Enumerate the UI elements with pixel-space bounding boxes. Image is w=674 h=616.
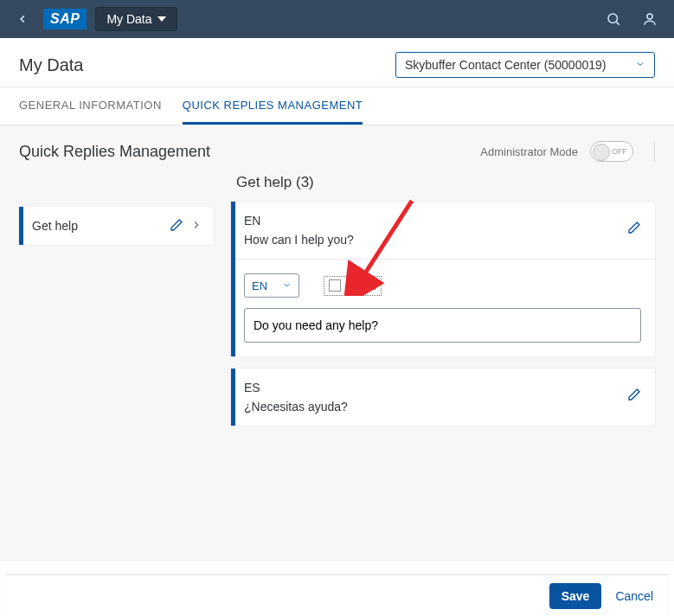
page-title: My Data (19, 55, 382, 75)
cancel-button[interactable]: Cancel (615, 589, 653, 603)
edit-icon[interactable] (165, 218, 188, 234)
footer-toolbar: Save Cancel (5, 574, 669, 616)
svg-point-2 (647, 14, 652, 19)
section-title: Quick Replies Management (19, 143, 468, 161)
shell-bar: SAP My Data (0, 0, 674, 38)
edit-reply-button[interactable] (627, 381, 641, 404)
sap-logo: SAP (43, 9, 87, 29)
content-header: Quick Replies Management Administrator M… (19, 141, 655, 162)
chevron-down-icon (282, 279, 292, 292)
save-button[interactable]: Save (549, 583, 602, 609)
language-select[interactable]: EN (244, 273, 299, 298)
company-select-value: Skybuffer Contact Center (50000019) (405, 58, 606, 72)
caret-down-icon (157, 16, 166, 22)
language-select-value: EN (252, 279, 267, 292)
reply-text-input[interactable] (244, 308, 641, 343)
back-button[interactable] (10, 7, 35, 31)
search-icon[interactable] (600, 5, 627, 33)
active-label: Active (346, 279, 376, 292)
reply-editor: EN Active (235, 260, 655, 356)
reply-lang: EN (244, 214, 627, 228)
shell-title-label: My Data (106, 12, 151, 26)
active-checkbox[interactable] (329, 279, 341, 292)
topic-label: Get help (32, 219, 165, 233)
active-field: Active (324, 276, 382, 296)
admin-mode-toggle[interactable]: OFF (590, 141, 633, 162)
reply-lang: ES (244, 381, 627, 395)
tab-general-information[interactable]: GENERAL INFORMATION (19, 87, 162, 125)
reply-text: How can I help you? (244, 233, 627, 247)
reply-text: ¿Necesitas ayuda? (244, 400, 627, 414)
company-select[interactable]: Skybuffer Contact Center (50000019) (395, 52, 655, 78)
toggle-off-label: OFF (612, 147, 627, 156)
svg-point-0 (608, 14, 618, 23)
content-area: Quick Replies Management Administrator M… (0, 125, 674, 561)
detail-panel: Get help (3) EN How can I help you? (231, 174, 655, 438)
chevron-right-icon[interactable] (188, 219, 205, 234)
tabs: GENERAL INFORMATION QUICK REPLIES MANAGE… (0, 87, 674, 125)
admin-mode-label: Administrator Mode (480, 145, 578, 158)
user-icon[interactable] (636, 5, 664, 33)
detail-title: Get help (3) (231, 174, 655, 191)
chevron-down-icon (635, 58, 645, 72)
reply-card: ES ¿Necesitas ayuda? (231, 369, 655, 426)
topic-item[interactable]: Get help (19, 207, 214, 245)
page-header: My Data Skybuffer Contact Center (500000… (0, 38, 674, 87)
edit-reply-button[interactable] (627, 214, 641, 237)
shell-title-button[interactable]: My Data (95, 7, 177, 31)
divider (654, 141, 655, 162)
tab-quick-replies-management[interactable]: QUICK REPLIES MANAGEMENT (183, 87, 363, 125)
svg-line-1 (616, 22, 619, 24)
reply-card: EN How can I help you? EN (231, 202, 655, 356)
topics-list: Get help (19, 174, 214, 245)
